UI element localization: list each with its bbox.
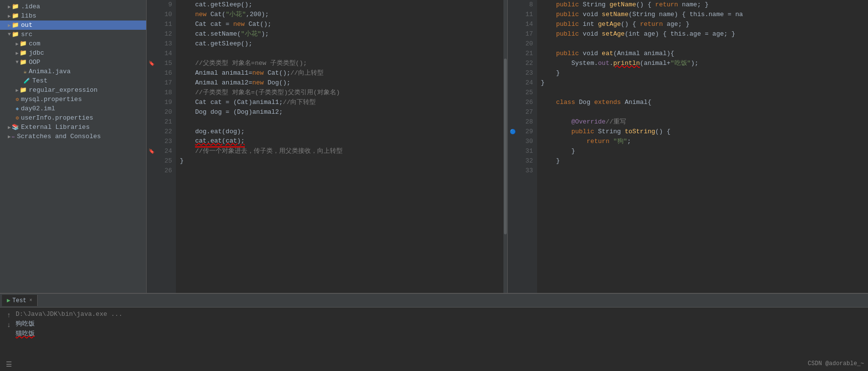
code-line: dog.eat(dog); (180, 127, 499, 137)
arrow-icon: ▶ (16, 41, 19, 47)
gutter-cell (508, 156, 518, 166)
gutter-cell (508, 146, 518, 156)
gutter-cell (147, 88, 156, 98)
gutter-cell (147, 29, 156, 39)
left-code-content[interactable]: 🔖 🔖 910111213 (147, 0, 507, 293)
code-line: new Cat("小花",200); (180, 10, 499, 20)
sidebar-item-test[interactable]: 🧪 Test (0, 76, 146, 85)
code-area: 🔖 🔖 910111213 (147, 0, 868, 293)
folder-icon: 📁 (12, 31, 19, 38)
folder-icon: 📁 (20, 59, 27, 66)
console-up-btn[interactable]: ↑ (5, 311, 13, 319)
code-line: cat.getSleep(); (180, 39, 499, 49)
code-line: Cat cat = new Cat(); (180, 20, 499, 29)
code-line: } (541, 68, 865, 78)
gutter-cell (508, 49, 518, 59)
gutter-cell (147, 49, 156, 59)
code-line: cat.setName("小花"); (180, 29, 499, 39)
gutter-cell (147, 10, 156, 20)
console-tab-test[interactable]: ▶ Test × (2, 295, 38, 306)
sidebar-item-regex[interactable]: ▶ 📁 regular_expression (0, 85, 146, 95)
sidebar-item-jdbc[interactable]: ▶ 📁 jdbc (0, 48, 146, 58)
sidebar-item-com[interactable]: ▶ 📁 com (0, 39, 146, 48)
arrow-icon: ▼ (8, 32, 11, 37)
code-line (541, 88, 865, 98)
console-list-btn[interactable]: ☰ (5, 360, 13, 368)
console-down-btn[interactable]: ↓ (5, 321, 13, 329)
console-line-2: 狗吃饭 (16, 319, 864, 329)
lib-icon: 📚 (12, 124, 19, 131)
console-tab-bar: ▶ Test × (0, 294, 868, 308)
code-line: public String toString() { (541, 127, 865, 137)
code-line (180, 117, 499, 127)
gutter-cell (147, 68, 156, 78)
gutter-cell (147, 166, 156, 176)
sidebar-item-external-libs[interactable]: ▶ 📚 External Libraries (0, 123, 146, 132)
code-line (180, 49, 499, 59)
sidebar-item-idea[interactable]: ▶ 📁 .idea (0, 2, 146, 11)
console-cat-text: 猫吃饭 (16, 330, 35, 337)
code-line: Dog dog = (Dog)animal2; (180, 107, 499, 117)
sidebar-item-mysql-props[interactable]: ⚙ mysql.properties (0, 95, 146, 104)
java-file-icon: ☕ (23, 68, 27, 75)
code-line: //子类类型 对象名=(子类类型)父类引用(对象名) (180, 88, 499, 98)
code-line: cat.eat(cat); (180, 137, 499, 146)
code-line: public void setName(String name) { this.… (541, 10, 865, 20)
code-line: Cat cat = (Cat)animal1;//向下转型 (180, 98, 499, 107)
code-line: //传一个对象进去，传子类，用父类接收，向上转型 (180, 146, 499, 156)
right-code-content[interactable]: 🔵 811141720 2122232425 2627282930 313233… (508, 0, 868, 293)
arrow-icon: ▶ (8, 13, 11, 19)
sidebar-item-day02-iml[interactable]: ◆ day02.iml (0, 104, 146, 113)
iml-file-icon: ◆ (16, 105, 19, 112)
sidebar-item-scratches[interactable]: ▶ ✏ Scratches and Consoles (0, 132, 146, 141)
scroll-thumb (504, 59, 507, 234)
gutter-cell (147, 137, 156, 146)
right-code-lines[interactable]: public String getName() { return name; }… (537, 0, 868, 293)
console-tab-close[interactable]: × (29, 298, 32, 303)
gutter-cell (508, 29, 518, 39)
sidebar-item-out[interactable]: ▶ 📁 out (0, 21, 146, 30)
left-code-lines[interactable]: cat.getSleep(); new Cat("小花",200); Cat c… (176, 0, 503, 293)
sidebar-item-src[interactable]: ▼ 📁 src (0, 30, 146, 39)
left-gutter: 🔖 🔖 (147, 0, 156, 293)
gutter-cell (508, 59, 518, 68)
run-icon: ▶ (7, 297, 10, 304)
code-line: public void eat(Animal animal){ (541, 49, 865, 59)
gutter-cell (147, 107, 156, 117)
sidebar-item-animal-java[interactable]: ☕ Animal.java (0, 67, 146, 76)
props-file-icon: ⚙ (16, 96, 19, 103)
gutter-cell (508, 107, 518, 117)
code-line: } (180, 156, 499, 166)
sidebar-item-oop[interactable]: ▼ 📁 OOP (0, 58, 146, 67)
code-line: } (541, 78, 865, 88)
code-line: public void setAge(int age) { this.age =… (541, 29, 865, 39)
sidebar-item-userinfo-props[interactable]: ⚙ userInfo.properties (0, 113, 146, 123)
props-file-icon2: ⚙ (16, 115, 19, 121)
code-line: cat.getSleep(); (180, 0, 499, 10)
gutter-cell (508, 0, 518, 10)
gutter-cell (147, 20, 156, 29)
sidebar-item-libs[interactable]: ▶ 📁 libs (0, 11, 146, 21)
gutter-cell (147, 0, 156, 10)
gutter-cell (147, 39, 156, 49)
gutter-cell (508, 137, 518, 146)
code-line: Animal animal2=new Dog(); (180, 78, 499, 88)
code-line: @Override//重写 (541, 117, 865, 127)
console-line-1: D:\Java\JDK\bin\java.exe ... (16, 309, 864, 319)
code-line (541, 39, 865, 49)
code-line: Animal animal1=new Cat();//向上转型 (180, 68, 499, 78)
gutter-cell (508, 20, 518, 29)
gutter-cell (147, 127, 156, 137)
folder-icon: 📁 (20, 49, 27, 57)
gutter-cell (508, 78, 518, 88)
left-line-numbers: 910111213 1415161718 1920212223 242526 (156, 0, 176, 293)
code-line: System.out.println(animal+"吃饭"); (541, 59, 865, 68)
arrow-icon: ▶ (8, 4, 11, 10)
gutter-cell (147, 117, 156, 127)
arrow-icon: ▶ (8, 124, 11, 130)
console-sidebar: ↑ ↓ ☰ (4, 309, 14, 369)
left-scrollbar[interactable] (503, 0, 507, 293)
folder-icon: 📁 (12, 3, 19, 10)
left-code-panel: 🔖 🔖 910111213 (147, 0, 507, 293)
gutter-cell (508, 88, 518, 98)
